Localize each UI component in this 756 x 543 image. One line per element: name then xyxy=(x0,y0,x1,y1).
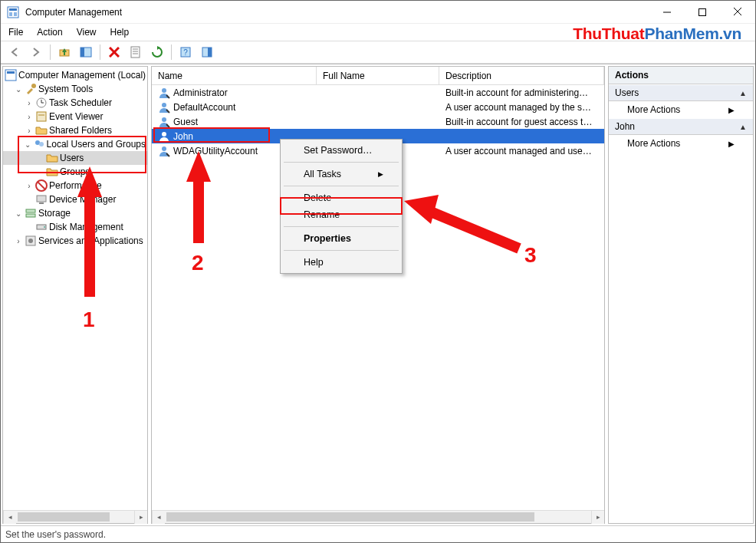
help-button[interactable]: ? xyxy=(176,43,195,61)
properties-button[interactable] xyxy=(127,43,145,61)
tree-pane: Computer Management (Local) ⌄ System Too… xyxy=(2,66,148,524)
up-folder-button[interactable] xyxy=(55,43,74,61)
list-pane: Name Full Name Description Administrator… xyxy=(151,66,605,524)
close-button[interactable] xyxy=(720,1,755,24)
context-item-rename[interactable]: Rename xyxy=(282,206,400,223)
tools-icon xyxy=(25,83,37,95)
action-pane-button[interactable] xyxy=(198,43,216,61)
column-header-fullname[interactable]: Full Name xyxy=(317,67,439,84)
menu-file[interactable]: File xyxy=(8,27,23,38)
list-cell-name: Administrator xyxy=(173,87,228,98)
nav-forward-button[interactable] xyxy=(27,43,45,61)
tree-node-event-viewer[interactable]: › Event Viewer xyxy=(3,110,147,123)
svg-text:?: ? xyxy=(183,48,188,57)
console-tree[interactable]: Computer Management (Local) ⌄ System Too… xyxy=(3,67,147,510)
tree-node-groups[interactable]: Groups xyxy=(3,165,147,179)
tree-node-performance[interactable]: › Performance xyxy=(3,179,147,193)
clock-icon xyxy=(35,97,48,109)
menu-action[interactable]: Action xyxy=(37,27,62,38)
column-header-name[interactable]: Name xyxy=(152,67,317,84)
show-hide-tree-button[interactable] xyxy=(77,43,95,61)
actions-link-more[interactable]: More Actions ▶ xyxy=(609,135,753,152)
mmc-icon xyxy=(5,69,17,81)
user-icon xyxy=(158,116,170,128)
tree-node-device-manager[interactable]: Device Manager xyxy=(3,193,147,206)
list-cell-desc: Built-in account for guest access t… xyxy=(439,117,604,127)
disk-icon xyxy=(35,221,48,233)
column-header-description[interactable]: Description xyxy=(439,67,604,84)
expand-icon[interactable]: › xyxy=(25,127,34,135)
list-row[interactable]: Administrator Built-in account for admin… xyxy=(152,85,604,100)
menu-help[interactable]: Help xyxy=(110,27,130,38)
svg-rect-33 xyxy=(37,196,46,202)
context-item-help[interactable]: Help xyxy=(282,254,400,271)
context-item-all-tasks[interactable]: All Tasks▶ xyxy=(282,166,400,183)
delete-button[interactable] xyxy=(105,43,123,61)
status-bar: Set the user's password. xyxy=(1,525,755,542)
toolbar-separator xyxy=(100,44,100,60)
actions-header: Actions xyxy=(609,67,753,84)
nav-back-button[interactable] xyxy=(5,43,24,61)
context-item-set-password[interactable]: Set Password… xyxy=(282,142,400,159)
list-horizontal-scrollbar[interactable]: ◂ ▸ xyxy=(152,510,604,523)
tree-node-system-tools[interactable]: ⌄ System Tools xyxy=(3,82,147,96)
expand-icon[interactable]: › xyxy=(25,113,34,121)
context-item-delete[interactable]: Delete xyxy=(282,189,400,206)
tree-label: Task Scheduler xyxy=(49,97,112,108)
minimize-button[interactable] xyxy=(649,1,685,24)
tree-label: Device Manager xyxy=(49,194,116,205)
tree-node-root[interactable]: Computer Management (Local) xyxy=(3,68,147,82)
menu-view[interactable]: View xyxy=(77,27,97,38)
collapse-icon[interactable]: ⌄ xyxy=(14,85,23,94)
refresh-button[interactable] xyxy=(148,43,166,61)
svg-rect-27 xyxy=(37,112,46,121)
collapse-icon: ▲ xyxy=(739,123,747,131)
tree-node-users[interactable]: Users xyxy=(3,151,147,165)
svg-point-23 xyxy=(31,84,36,88)
expand-icon[interactable]: › xyxy=(25,99,34,107)
context-separator xyxy=(284,186,399,186)
list-row[interactable]: Guest Built-in account for guest access … xyxy=(152,114,604,129)
submenu-arrow-icon: ▶ xyxy=(378,170,383,178)
tree-node-services-apps[interactable]: › Services and Applications xyxy=(3,234,147,248)
svg-line-32 xyxy=(38,182,45,189)
svg-point-38 xyxy=(44,226,45,228)
actions-section-users[interactable]: Users ▲ xyxy=(609,84,753,101)
actions-link-label: More Actions xyxy=(627,104,680,115)
tree-node-shared-folders[interactable]: › Shared Folders xyxy=(3,123,147,137)
svg-rect-20 xyxy=(208,48,212,57)
list-cell-desc: Built-in account for administering… xyxy=(439,87,604,98)
list-cell-name: WDAGUtilityAccount xyxy=(173,146,258,156)
actions-section-john[interactable]: John ▲ xyxy=(609,118,753,135)
title-bar: Computer Management xyxy=(1,1,755,24)
svg-rect-2 xyxy=(9,12,12,16)
tree-label: Computer Management (Local) xyxy=(18,70,146,81)
actions-section-label: John xyxy=(615,121,635,132)
context-item-properties[interactable]: Properties xyxy=(282,230,400,247)
event-icon xyxy=(35,110,48,123)
expand-icon[interactable]: › xyxy=(25,182,34,190)
tree-node-disk-management[interactable]: Disk Management xyxy=(3,220,147,234)
status-text: Set the user's password. xyxy=(5,529,106,540)
tree-horizontal-scrollbar[interactable]: ◂ ▸ xyxy=(3,510,147,523)
expand-icon[interactable]: › xyxy=(14,237,23,245)
context-separator xyxy=(284,250,399,251)
svg-rect-10 xyxy=(81,48,84,57)
actions-link-more[interactable]: More Actions ▶ xyxy=(609,101,753,118)
user-icon xyxy=(158,130,170,143)
svg-point-42 xyxy=(162,103,166,107)
svg-rect-34 xyxy=(39,202,44,204)
tree-node-local-users-groups[interactable]: ⌄ Local Users and Groups xyxy=(3,137,147,151)
device-icon xyxy=(35,193,48,206)
folder-icon xyxy=(46,152,58,164)
collapse-icon[interactable]: ⌄ xyxy=(25,140,31,149)
tree-node-task-scheduler[interactable]: › Task Scheduler xyxy=(3,96,147,110)
collapse-icon[interactable]: ⌄ xyxy=(14,209,23,218)
maximize-button[interactable] xyxy=(685,1,720,24)
list-row[interactable]: DefaultAccount A user account managed by… xyxy=(152,100,604,114)
tree-node-storage[interactable]: ⌄ Storage xyxy=(3,206,147,220)
performance-icon xyxy=(35,179,48,192)
user-icon xyxy=(158,101,170,114)
list-cell-desc: A user account managed by the s… xyxy=(439,102,604,113)
tree-label: System Tools xyxy=(38,84,93,94)
